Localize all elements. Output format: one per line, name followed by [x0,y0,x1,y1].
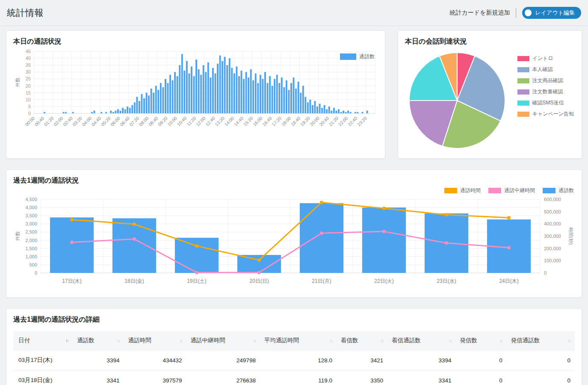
svg-text:45: 45 [26,49,31,54]
column-header-3[interactable]: 通話中継時間↑↓ [186,331,260,350]
svg-text:1,500: 1,500 [25,246,37,251]
svg-text:500: 500 [30,262,37,267]
legend-item-0[interactable]: イントロ [517,55,574,62]
today-reach-legend: イントロ本人確認注文商品確認注文数量確認確認SMS送信キャンペーン告知 [517,55,574,118]
legend-label: キャンペーン告知 [532,110,574,118]
svg-text:18:00: 18:00 [280,116,292,127]
legend-item-1[interactable]: 本人確認 [517,66,574,73]
layout-edit-label: レイアウト編集 [535,9,575,17]
sort-arrows-icon[interactable]: ↑↓ [567,338,570,343]
value-cell: 0 [455,370,506,385]
value-cell: 0 [507,370,575,385]
legend-swatch [517,67,529,72]
bars [44,54,368,113]
legend-item-2[interactable]: 通話数 [543,187,574,194]
svg-text:10: 10 [26,97,31,102]
x-axis-labels: 00:0000:4001:2002:0002:4003:2004:0004:40… [24,116,368,127]
svg-text:09:20: 09:20 [157,116,168,127]
svg-text:00:00: 00:00 [24,116,35,127]
column-label: 発信通話数 [511,337,540,344]
legend-label: 通話中継時間 [504,187,535,194]
svg-text:06:00: 06:00 [109,116,121,127]
y-axis-label: 件数 [15,78,20,87]
value-cell: 397579 [124,370,186,385]
value-cell: 128.0 [260,350,337,370]
layout-edit-toggle[interactable]: レイアウト編集 [522,7,581,19]
value-cell: 3421 [337,350,387,370]
value-cell: 119.0 [260,370,337,385]
svg-text:14:00: 14:00 [223,116,235,127]
sort-arrows-icon[interactable]: ↑↓ [499,338,502,343]
header-actions: 統計カードを新規追加 レイアウト編集 [449,7,581,19]
column-label: 発信数 [460,337,477,344]
svg-text:20日(日): 20日(日) [249,278,269,284]
svg-text:40: 40 [26,56,31,61]
sort-arrows-icon[interactable]: ↑↓ [179,338,182,343]
value-cell: 0 [507,350,575,370]
column-label: 日付 [18,337,30,344]
svg-text:500,000: 500,000 [544,209,561,214]
table-header: 日付↑↓通話数↑↓通話時間↑↓通話中継時間↑↓平均通話時間↑↓着信数↑↓着信通話… [13,331,575,350]
column-header-6[interactable]: 着信通話数↑↓ [387,331,455,350]
column-label: 通話時間 [128,337,151,344]
legend-swatch [488,188,501,193]
table-row: 03月17日(木)3394434432249798128.03421339400 [13,350,575,370]
svg-text:1,000: 1,000 [25,254,37,259]
svg-text:08:00: 08:00 [138,116,149,127]
column-header-7[interactable]: 発信数↑↓ [455,331,506,350]
sort-arrows-icon[interactable]: ↑↓ [117,338,120,343]
sort-arrows-icon[interactable]: ↑↓ [329,338,332,343]
legend-item-4[interactable]: 確認SMS送信 [517,99,574,107]
toggle-knob-icon [525,9,532,16]
svg-text:00:40: 00:40 [33,116,45,127]
column-header-5[interactable]: 着信数↑↓ [337,331,387,350]
sort-arrows-icon[interactable]: ↑↓ [448,338,451,343]
legend-item-calls[interactable]: 通話数 [340,53,375,60]
week-calls-title: 過去1週間の通話状況 [13,176,575,185]
legend-item-0[interactable]: 通話時間 [444,187,481,194]
svg-text:20: 20 [26,83,31,89]
column-header-4[interactable]: 平均通話時間↑↓ [260,331,337,350]
svg-text:17日(木): 17日(木) [62,278,81,284]
legend-swatch [517,89,529,95]
column-header-0[interactable]: 日付↑↓ [13,331,73,350]
sort-arrows-icon[interactable]: ↑↓ [380,338,383,343]
svg-text:19日(土): 19日(土) [187,278,206,284]
svg-text:2,500: 2,500 [25,229,37,234]
svg-text:23日(水): 23日(水) [437,278,456,284]
value-cell: 276638 [186,370,260,385]
svg-text:14:40: 14:40 [233,116,244,127]
row-middle: 過去1週間の通話状況 通話時間通話中継時間通話数 05001,0001,5002… [6,169,582,298]
sort-arrows-icon[interactable]: ↑↓ [65,338,68,343]
week-detail-table: 日付↑↓通話数↑↓通話時間↑↓通話中継時間↑↓平均通話時間↑↓着信数↑↓着信通話… [13,331,575,385]
svg-text:18:40: 18:40 [290,116,301,127]
today-calls-title: 本日の通話状況 [13,37,378,46]
svg-text:02:40: 02:40 [62,116,74,127]
legend-swatch [517,56,529,61]
today-calls-card: 本日の通話状況 通話数 05101520253035404500:0000:40… [6,30,385,159]
column-header-8[interactable]: 発信通話数↑↓ [507,331,575,350]
sort-arrows-icon[interactable]: ↑↓ [253,338,256,343]
header-divider [516,8,516,18]
legend-swatch [517,78,529,83]
date-cell: 03月17日(木) [13,350,73,370]
legend-item-3[interactable]: 注文数量確認 [517,88,574,95]
value-cell: 3394 [73,350,124,370]
svg-text:600,000: 600,000 [544,197,561,202]
date-cell: 03月18日(金) [13,370,73,385]
legend-item-2[interactable]: 注文商品確認 [517,77,574,84]
legend-item-5[interactable]: キャンペーン告知 [517,110,574,118]
svg-text:0: 0 [544,270,547,275]
svg-text:100,000: 100,000 [544,258,561,263]
legend-swatch [517,101,529,106]
svg-text:300,000: 300,000 [544,234,561,239]
column-header-2[interactable]: 通話時間↑↓ [124,331,186,350]
week-calls-legend: 通話時間通話中継時間通話数 [13,187,574,194]
add-stat-card-link[interactable]: 統計カードを新規追加 [449,9,510,17]
svg-text:19:20: 19:20 [299,116,311,127]
legend-item-1[interactable]: 通話中継時間 [488,187,535,194]
svg-text:15: 15 [26,90,31,95]
svg-text:25: 25 [26,76,31,81]
column-header-1[interactable]: 通話数↑↓ [73,331,124,350]
today-calls-legend: 通話数 [340,53,375,60]
